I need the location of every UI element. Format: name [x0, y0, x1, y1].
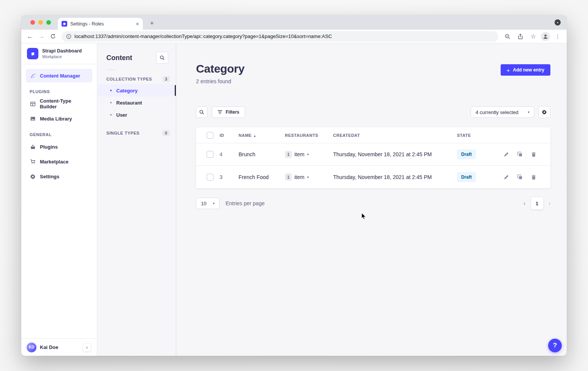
puzzle-icon	[30, 144, 36, 150]
minimize-window-button[interactable]	[38, 20, 43, 25]
column-header-restaurants[interactable]: RESTAURANTS	[285, 133, 333, 138]
sidebar-item-label: Content Manager	[40, 73, 80, 79]
table-header-row: ID NAME▴ RESTAURANTS CREATEDAT STATE	[196, 127, 550, 143]
cell-restaurants[interactable]: 1 item ▾	[285, 173, 333, 181]
bookmark-star-icon[interactable]: ☆	[528, 32, 539, 41]
table-row[interactable]: 4 Brunch 1 item ▾ Thursday, November 18,…	[196, 143, 550, 166]
subnav-search-button[interactable]	[156, 52, 168, 64]
column-header-createdat[interactable]: CREATEDAT	[333, 133, 457, 138]
duplicate-icon[interactable]	[517, 174, 523, 180]
strapi-logo-icon	[27, 48, 38, 59]
main-sidebar: Strapi Dashboard Workplace Content Manag…	[21, 43, 97, 356]
window-controls[interactable]	[30, 20, 51, 25]
share-icon[interactable]	[515, 32, 526, 41]
entries-count: 2 entries found	[196, 78, 245, 84]
select-all-checkbox[interactable]	[207, 132, 213, 139]
gear-icon	[30, 174, 36, 179]
column-header-state[interactable]: STATE	[457, 133, 503, 138]
feather-pen-icon	[30, 73, 36, 79]
next-page-icon[interactable]: ›	[548, 200, 550, 207]
previous-page-icon[interactable]: ‹	[523, 200, 525, 207]
page-number-button[interactable]: 1	[531, 197, 543, 209]
search-icon	[160, 55, 165, 60]
tab-close-icon[interactable]: ×	[136, 21, 139, 27]
row-checkbox[interactable]	[207, 151, 213, 158]
subnav-item-category[interactable]: Category	[97, 84, 176, 97]
layout-icon	[30, 101, 36, 107]
workspace-name: Strapi Dashboard	[42, 48, 82, 54]
workspace-brand[interactable]: Strapi Dashboard Workplace	[21, 43, 97, 64]
sidebar-item-marketplace[interactable]: Marketplace	[26, 155, 92, 168]
subnav-divider	[106, 70, 115, 70]
filter-icon	[218, 110, 222, 114]
user-name: Kai Doe	[40, 344, 79, 350]
edit-pencil-icon[interactable]	[503, 174, 509, 180]
sidebar-user-row: KD Kai Doe ‹	[21, 338, 97, 356]
sidebar-item-content-manager[interactable]: Content Manager	[26, 69, 92, 82]
sidebar-section-general: GENERAL	[30, 132, 89, 137]
table-search-button[interactable]	[196, 106, 207, 118]
subnav-item-user[interactable]: User	[97, 109, 176, 121]
single-types-label: SINGLE TYPES	[106, 131, 139, 135]
row-checkbox[interactable]	[207, 174, 213, 181]
browser-tab[interactable]: Settings - Roles ×	[58, 18, 143, 30]
browser-profile-avatar[interactable]	[541, 32, 550, 41]
browser-tabstrip: Settings - Roles × + ▼	[21, 15, 567, 30]
browser-menu-icon[interactable]: ⋮	[552, 32, 563, 41]
new-tab-button[interactable]: +	[147, 19, 156, 28]
column-header-id[interactable]: ID	[220, 133, 239, 138]
add-new-entry-button[interactable]: + Add new entry	[501, 64, 550, 76]
sidebar-item-settings[interactable]: Settings	[26, 170, 92, 183]
sidebar-item-media-library[interactable]: Media Library	[26, 112, 92, 125]
subnav-item-label: Category	[116, 88, 138, 94]
workspace-subtitle: Workplace	[42, 54, 82, 59]
chevron-down-icon[interactable]: ▾	[307, 175, 309, 179]
bullet-icon	[110, 90, 112, 91]
sidebar-item-content-type-builder[interactable]: Content-Type Builder	[26, 97, 92, 111]
delete-trash-icon[interactable]	[531, 174, 537, 180]
help-button[interactable]: ?	[548, 339, 562, 352]
filters-button[interactable]: Filters	[212, 106, 245, 118]
site-info-icon[interactable]	[66, 34, 71, 39]
bullet-icon	[110, 114, 112, 116]
forward-button[interactable]: →	[36, 32, 46, 41]
delete-trash-icon[interactable]	[531, 151, 537, 157]
user-avatar[interactable]: KD	[27, 342, 36, 352]
table-settings-button[interactable]	[538, 106, 550, 118]
main-content: Category 2 entries found + Add new entry	[176, 43, 567, 356]
collection-types-label: COLLECTION TYPES	[106, 77, 152, 81]
columns-visibility-select[interactable]: 4 currently selected ▾	[471, 106, 534, 118]
subnav-item-label: Restaurant	[116, 100, 142, 106]
sidebar-section-plugins: PLUGINS	[30, 89, 89, 94]
column-header-name[interactable]: NAME▴	[239, 133, 285, 138]
chevron-down-icon: ▾	[213, 201, 215, 205]
edit-pencil-icon[interactable]	[503, 151, 509, 157]
relation-count-badge: 1	[285, 151, 292, 158]
shopping-cart-icon	[30, 159, 36, 165]
url-bar[interactable]: localhost:1337/admin/content-manager/col…	[62, 31, 498, 42]
entries-per-page-label: Entries per page	[226, 200, 265, 206]
single-types-count: 0	[162, 130, 170, 136]
url-text[interactable]: localhost:1337/admin/content-manager/col…	[74, 33, 332, 39]
sidebar-item-label: Media Library	[40, 116, 72, 122]
strapi-favicon-icon	[62, 21, 67, 27]
browser-action-icons: ☆ ⋮	[502, 32, 563, 41]
cell-name: French Food	[239, 174, 285, 180]
subnav-item-restaurant[interactable]: Restaurant	[97, 97, 176, 109]
back-button[interactable]: ←	[25, 32, 35, 41]
sidebar-item-plugins[interactable]: Plugins	[26, 140, 92, 154]
chevron-down-icon: ▾	[528, 110, 530, 114]
reload-button[interactable]	[48, 32, 58, 41]
cell-createdat: Thursday, November 18, 2021 at 2:45 PM	[333, 151, 457, 157]
maximize-window-button[interactable]	[46, 20, 51, 25]
table-row[interactable]: 3 French Food 1 item ▾ Thursday, Novembe…	[196, 166, 550, 188]
sidebar-item-label: Content-Type Builder	[40, 98, 89, 109]
downloads-indicator-icon[interactable]: ▼	[555, 19, 561, 25]
sidebar-collapse-button[interactable]: ‹	[82, 343, 92, 352]
zoom-out-icon[interactable]	[502, 32, 513, 41]
chevron-down-icon[interactable]: ▾	[307, 152, 309, 156]
duplicate-icon[interactable]	[517, 151, 523, 157]
page-size-select[interactable]: 10 ▾	[196, 198, 220, 209]
cell-restaurants[interactable]: 1 item ▾	[285, 151, 333, 158]
close-window-button[interactable]	[30, 20, 35, 25]
